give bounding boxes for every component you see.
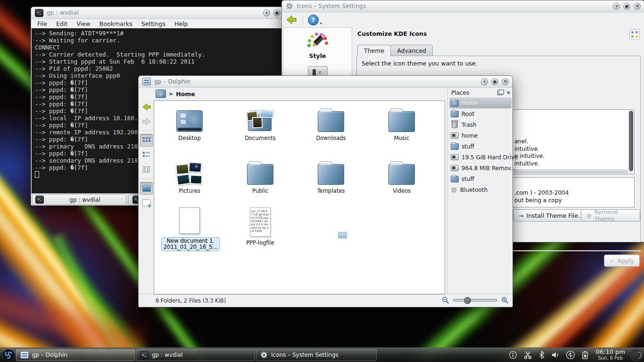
icons-view-button[interactable] [140,134,153,147]
theme-description-text: anel. intuitive. e intuitive. intuitive. [514,138,545,167]
close-button[interactable]: × [634,3,641,10]
folder-item[interactable]: Public [232,158,289,194]
folder-item[interactable]: Music [373,106,430,141]
panel-cashew-button[interactable] [630,349,642,361]
place-stuff[interactable]: stuff [449,141,512,152]
klipper-scissors-icon[interactable] [523,351,532,359]
minimize-button[interactable]: ▾ [481,78,488,85]
app-launcher-button[interactable] [1,348,16,362]
maximize-button[interactable]: ● [623,3,630,10]
gear-icon [286,2,293,10]
place-removable[interactable]: 964.8 MiB Remov... [449,163,512,173]
folder-item[interactable]: Desktop [161,106,218,141]
file-item-selected[interactable]: New document 1.2011_01_20_16_5... [161,206,218,251]
places-title: Places [451,90,469,96]
place-home-drive[interactable]: home [449,130,512,141]
maximize-button[interactable]: ● [491,78,498,85]
terminal-icon: >_ [140,351,149,359]
places-header[interactable]: Places × [449,88,512,98]
folder-icon [451,143,459,150]
folder-label: Videos [373,188,430,194]
place-hard-drive[interactable]: 19.5 GiB Hard Drive [449,152,512,163]
help-button[interactable]: ? ▾ [308,14,322,26]
menu-bookmarks[interactable]: Bookmarks [99,20,132,27]
breadcrumb-home[interactable]: Home [176,90,195,98]
menu-settings[interactable]: Settings [141,20,165,27]
place-home[interactable]: ⌂ Home [449,98,512,108]
battery-icon[interactable] [581,351,589,360]
back-button[interactable] [285,14,298,26]
info-icon[interactable] [509,351,517,359]
selected-file-label: New document 1.2011_01_20_16_5... [161,237,220,251]
dolphin-file-view[interactable]: Desktop Documents Downloads [154,100,445,295]
terminal-line: --> Waiting for carrier. [35,37,281,44]
pictures-folder-icon [176,162,203,185]
system-settings-titlebar[interactable]: Icons – System Settings ▾ ● × [282,0,644,12]
menu-edit[interactable]: Edit [56,20,67,27]
columns-view-button[interactable] [140,163,153,176]
float-panel-icon[interactable] [497,90,503,95]
forward-button[interactable] [140,115,153,128]
back-arrow-icon [142,103,151,111]
bluetooth-icon[interactable] [538,351,545,359]
place-bluetooth[interactable]: Bluetooth [449,184,512,195]
folder-item[interactable]: Videos [373,158,430,194]
apply-button[interactable]: ✓ Apply [604,255,640,267]
clock[interactable]: 06:10 pm Sun, 6 Feb [594,349,627,361]
document-file-icon [179,207,200,234]
folder-item[interactable]: Templates [303,158,359,194]
place-root[interactable]: Root [449,108,512,119]
folder-label: Pictures [161,188,218,194]
konsole-tab[interactable]: >_ gp : wvdial [32,194,126,205]
taskbar-task-dolphin[interactable]: gp – Dolphin [16,349,135,361]
folder-item[interactable]: Downloads [303,106,359,141]
gear-icon [260,351,268,359]
folder-item[interactable]: Documents [232,106,289,141]
folder-label: Desktop [161,135,218,141]
hard-drive-icon [451,132,459,139]
usb-device-icon[interactable] [566,350,575,360]
zoom-in-icon[interactable] [501,296,509,304]
home-icon[interactable]: ⌂ [156,90,166,98]
zoom-slider[interactable] [453,299,497,302]
back-button[interactable] [140,100,153,113]
zoom-slider-handle[interactable] [464,297,471,304]
zoom-out-icon[interactable] [442,296,449,304]
volume-icon[interactable] [551,351,560,359]
tab-advanced[interactable]: Advanced [390,45,433,57]
place-trash[interactable]: Trash [449,119,512,130]
taskbar-task-system-settings[interactable]: Icons – System Settings [256,349,377,361]
minimize-button[interactable]: ▾ [613,3,620,10]
details-view-button[interactable] [140,148,153,161]
remove-theme-button[interactable]: ⊘ Remove Theme [581,209,640,222]
overview-icon[interactable] [629,29,640,40]
menu-file[interactable]: File [37,20,47,27]
menu-help[interactable]: Help [174,20,188,27]
preview-button[interactable] [140,182,153,195]
tab-theme[interactable]: Theme [357,45,391,57]
minimize-button[interactable]: ▾ [263,9,270,16]
places-panel: Places × ⌂ Home Root Trash home [447,88,512,294]
install-theme-button[interactable]: → Install Theme File... [513,209,589,222]
vertical-scrollbar[interactable] [628,110,634,173]
scrollbar-thumb[interactable] [629,111,633,171]
maximize-button[interactable]: ● [273,9,281,16]
sidebar-item-style[interactable]: Style [289,32,346,59]
close-icon[interactable]: × [506,90,511,95]
home-icon: ⌂ [451,100,459,107]
close-button[interactable]: × [502,78,509,85]
distro-logo-icon [2,349,15,361]
file-item[interactable]: Jan 17 09:47:18 gp-Aspire-5738 pppd[1946… [232,206,289,246]
chevron-down-icon: ▾ [320,21,322,25]
taskbar-task-konsole[interactable]: >_ gp : wvdial [136,349,255,361]
terminal-cursor [35,171,39,178]
documents-folder-icon [247,109,274,132]
place-stuff-2[interactable]: stuff [449,173,512,184]
folder-item[interactable]: Pictures [161,158,218,194]
konsole-titlebar[interactable]: >_ gp : wvdial ▾ ● [31,7,284,19]
menu-view[interactable]: View [76,20,91,27]
dolphin-titlebar[interactable]: gp – Dolphin ▾ ● × [139,76,512,88]
folder-label: Public [232,188,289,194]
split-view-button[interactable]: + [140,197,153,209]
bluetooth-gear-icon [451,187,457,193]
